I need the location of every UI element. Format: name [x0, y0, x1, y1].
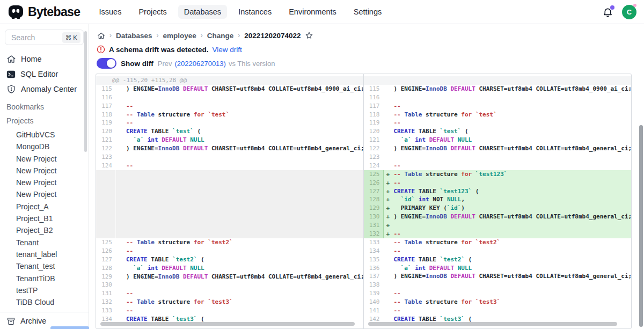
- diff-line: 140-- Table structure for `test3`: [364, 298, 632, 306]
- diff-line: 119--: [96, 119, 363, 127]
- schema-drift-alert: A schema drift was detected. View drift: [97, 45, 242, 54]
- home-icon[interactable]: [97, 32, 105, 40]
- project-item[interactable]: GitHubVCS: [0, 129, 89, 141]
- code-text: --: [126, 306, 363, 315]
- code-text: -- Table structure for `test2`: [394, 238, 632, 247]
- diff-marker: [383, 272, 394, 281]
- view-drift-link[interactable]: View drift: [213, 46, 242, 54]
- page-scrollbar[interactable]: [639, 125, 643, 327]
- sidebar-item-label: Archive: [20, 317, 46, 325]
- code-text: -- Table structure for `test3`: [394, 298, 632, 306]
- diff-line: 133-- Table structure for `test2`: [364, 238, 632, 247]
- topnav-item-issues[interactable]: Issues: [93, 5, 127, 19]
- diff-line: 136 `a` int DEFAULT NULL: [364, 264, 632, 273]
- diff-pane-previous[interactable]: @@ -115,20 +115,28 @@115) ENGINE=InnoDB …: [96, 74, 364, 328]
- sidebar-item-home[interactable]: Home: [0, 52, 89, 67]
- project-item[interactable]: New Project: [0, 165, 89, 177]
- line-number: 133: [96, 306, 115, 315]
- star-icon[interactable]: [305, 31, 313, 40]
- breadcrumb-item-databases[interactable]: Databases: [116, 32, 152, 40]
- project-item[interactable]: New Project: [0, 177, 89, 188]
- line-number: 126: [364, 179, 383, 187]
- search-box[interactable]: ⌘ K: [5, 30, 84, 45]
- line-number: 118: [364, 111, 383, 119]
- diff-line: 122) ENGINE=InnoDB DEFAULT CHARSET=utf8m…: [364, 144, 632, 153]
- diff-marker: [383, 144, 394, 153]
- sidebar-item-label: SQL Editor: [20, 70, 58, 78]
- project-item[interactable]: TenantTiDB: [0, 273, 89, 284]
- diff-line: 124--: [96, 162, 363, 170]
- project-list: GitHubVCSMongoDBNew ProjectNew ProjectNe…: [0, 129, 89, 308]
- project-item[interactable]: TiDB Cloud: [0, 296, 89, 308]
- line-number: 128: [364, 195, 383, 204]
- diff-marker: [115, 238, 126, 247]
- code-text: -- Table structure for `test3`: [126, 298, 363, 306]
- topnav-item-databases[interactable]: Databases: [178, 5, 227, 19]
- line-number: 123: [96, 153, 115, 162]
- show-diff-label: Show diff: [121, 60, 153, 68]
- line-number: 121: [96, 136, 115, 144]
- show-diff-toggle[interactable]: [97, 58, 116, 69]
- breadcrumb-separator: ›: [201, 32, 203, 39]
- code-text: -- Table structure for `test123`: [394, 170, 632, 179]
- project-item[interactable]: Project_A: [0, 201, 89, 213]
- avatar[interactable]: C: [622, 5, 636, 19]
- code-text: --: [126, 289, 363, 298]
- diff-line: 116: [96, 93, 363, 102]
- diff-marker: [115, 264, 126, 273]
- horizontal-scrollbar[interactable]: [368, 322, 618, 326]
- line-number: 118: [96, 111, 115, 119]
- project-item[interactable]: New Project: [0, 188, 89, 200]
- diff-marker: [115, 306, 126, 315]
- diff-marker: [115, 136, 126, 144]
- project-item[interactable]: tenant_label: [0, 248, 89, 260]
- prev-label: Prev: [158, 60, 172, 68]
- code-text: ) ENGINE=InnoDB DEFAULT CHARSET=utf8mb4 …: [394, 144, 632, 153]
- diff-marker: [383, 264, 394, 273]
- project-item[interactable]: New Project: [0, 153, 89, 165]
- code-text: --: [394, 162, 632, 170]
- sidebar-scrollbar[interactable]: [84, 31, 87, 152]
- topnav-menu: IssuesProjectsDatabasesInstancesEnvironm…: [93, 5, 387, 19]
- diff-line: 128+ `id` int NOT NULL,: [364, 195, 632, 204]
- sidebar-item-sql-editor[interactable]: SQL Editor: [0, 67, 89, 82]
- diff-marker: [115, 255, 126, 264]
- topnav-item-projects[interactable]: Projects: [133, 5, 172, 19]
- diff-line: 134--: [364, 247, 632, 255]
- prev-version-link[interactable]: (202206270013): [174, 60, 225, 68]
- breadcrumb-item-change[interactable]: Change: [207, 32, 234, 40]
- code-text: [394, 221, 632, 230]
- project-item[interactable]: MongoDB: [0, 141, 89, 152]
- line-number: 119: [96, 119, 115, 127]
- breadcrumb-item-employee[interactable]: employee: [163, 32, 196, 40]
- line-number: 116: [364, 93, 383, 102]
- topnav-item-instances[interactable]: Instances: [232, 5, 277, 19]
- diff-marker: [115, 119, 126, 127]
- project-item[interactable]: Tenant: [0, 237, 89, 248]
- line-number: 140: [364, 298, 383, 306]
- diff-line: 132+--: [364, 230, 632, 238]
- diff-marker: [383, 255, 394, 264]
- project-item[interactable]: Tenant_test: [0, 260, 89, 272]
- diff-marker: [383, 127, 394, 136]
- diff-line: 117--: [364, 102, 632, 111]
- project-item[interactable]: Project_B2: [0, 224, 89, 236]
- diff-line: 126+--: [364, 179, 632, 187]
- diff-pane-current[interactable]: 115) ENGINE=InnoDB DEFAULT CHARSET=utf8m…: [364, 74, 632, 328]
- code-text: `a` int DEFAULT NULL: [126, 264, 363, 273]
- line-number: 121: [364, 136, 383, 144]
- sidebar-item-anomaly-center[interactable]: Anomaly Center: [0, 82, 89, 97]
- project-item[interactable]: Project_B1: [0, 213, 89, 224]
- project-item[interactable]: testTP: [0, 284, 89, 296]
- search-input[interactable]: [10, 33, 52, 42]
- bytebase-logo[interactable]: Bytebase: [8, 4, 80, 20]
- toggle-knob: [107, 59, 115, 68]
- horizontal-scrollbar[interactable]: [100, 322, 355, 326]
- code-text: CREATE TABLE `test2` (: [394, 255, 632, 264]
- diff-marker: [115, 144, 126, 153]
- notifications-button[interactable]: [602, 6, 613, 18]
- code-text: [394, 93, 632, 102]
- code-text: `a` int DEFAULT NULL: [126, 136, 363, 144]
- topnav-item-environments[interactable]: Environments: [283, 5, 342, 19]
- topnav-item-settings[interactable]: Settings: [348, 5, 387, 19]
